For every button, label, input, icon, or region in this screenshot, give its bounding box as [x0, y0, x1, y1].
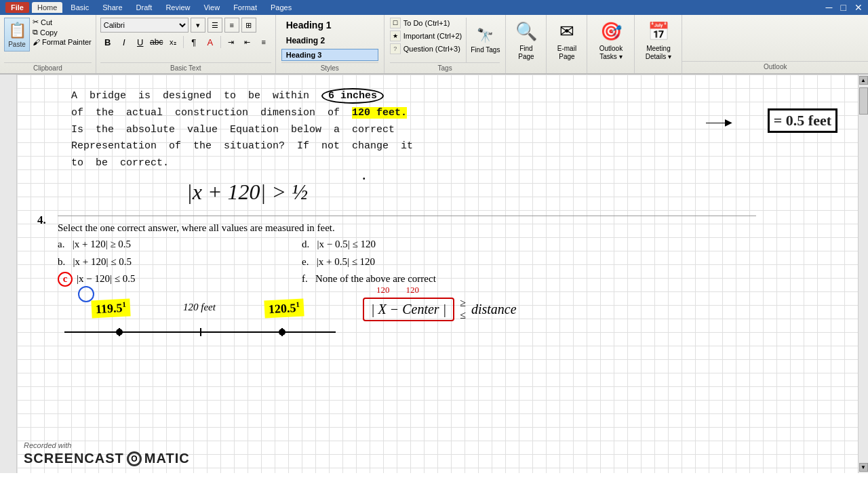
copy-icon: ⧉: [33, 28, 38, 37]
nl-line: [64, 328, 336, 336]
answers-right: d. |x − 0.5| ≤ 120 e. |x + 0.5| ≤ 120 f.…: [302, 236, 436, 288]
view-tab[interactable]: View: [198, 2, 225, 13]
cut-copy-format: ✂ Cut ⧉ Copy 🖌 Format Painter: [33, 18, 92, 46]
outlook-section-footer: Outlook: [682, 15, 868, 73]
binoculars-icon: 🔭: [477, 27, 494, 43]
meeting-button[interactable]: 📅 MeetingDetails ▾: [646, 18, 671, 64]
question-tag[interactable]: ? Question (Ctrl+3): [390, 43, 462, 54]
copy-label: Copy: [40, 28, 58, 37]
indent-right-button[interactable]: ⇥: [224, 35, 239, 49]
main-equation: |x + 120| > ½: [186, 180, 308, 205]
scroll-down-arrow[interactable]: ▼: [859, 463, 868, 472]
top-menu-bar: File Home Basic Share Draft Review View …: [0, 0, 868, 15]
font-color-button[interactable]: A: [203, 35, 218, 49]
paste-label: Paste: [8, 41, 26, 48]
watermark-logo-row: SCREENCAST O MATIC: [24, 451, 190, 466]
font-selector[interactable]: Calibri: [100, 18, 189, 33]
heading1-style[interactable]: Heading 1: [281, 18, 378, 33]
answer-e: e. |x + 0.5| ≤ 120: [302, 253, 436, 271]
find-tags-button[interactable]: 🔭 Find Tags: [471, 18, 500, 62]
nl-120-label: 120 feet: [183, 302, 216, 313]
main-content: A bridge is designed to be within 6 inch…: [0, 75, 868, 473]
email-section: ✉ E-mailPage: [547, 15, 587, 73]
scroll-thumb[interactable]: [859, 87, 868, 115]
watermark-text: Recorded with: [24, 441, 190, 449]
nl-119-label: 119.51: [91, 299, 130, 319]
format-row: B I U abc x₂ ¶ A ⇥ ⇤ ≡: [100, 35, 271, 49]
table-button[interactable]: ⊞: [241, 18, 256, 33]
todo-tag[interactable]: ☐ To Do (Ctrl+1): [390, 18, 462, 28]
numbered-list-button[interactable]: ≡: [224, 18, 239, 33]
highlighted-120feet: 120 feet.: [352, 107, 407, 119]
basic-text-label: Basic Text: [100, 62, 271, 72]
box-equation-area: 120 120 | X − Center | ≥ ≤ distance: [363, 285, 517, 321]
clipboard-section: 📋 Paste ✂ Cut ⧉ Copy 🖌 Format Painter Cl…: [0, 15, 96, 73]
find-page-button[interactable]: 🔍 FindPage: [515, 18, 537, 64]
close-icon[interactable]: ✕: [854, 2, 863, 13]
format-painter-label: Format Painter: [42, 38, 92, 46]
problem-line5: to be correct.: [71, 157, 169, 169]
file-tab[interactable]: File: [5, 2, 29, 13]
subscript-button[interactable]: x₂: [165, 35, 180, 49]
align-button[interactable]: ≡: [256, 35, 271, 49]
box-equation-container: | X − Center |: [363, 298, 454, 321]
watermark: Recorded with SCREENCAST O MATIC: [24, 441, 190, 466]
gte-sign: ≥: [460, 297, 466, 309]
share-tab[interactable]: Share: [97, 2, 127, 13]
underline-button[interactable]: U: [133, 35, 148, 49]
format-divider2: [220, 36, 221, 48]
heading3-style[interactable]: Heading 3: [281, 49, 378, 61]
pages-tab[interactable]: Pages: [265, 2, 297, 13]
cut-label: Cut: [41, 18, 52, 26]
heading2-style[interactable]: Heading 2: [281, 34, 378, 47]
bullet-list-button[interactable]: ☰: [208, 18, 222, 33]
bold-button[interactable]: B: [100, 35, 115, 49]
scissors-icon: ✂: [33, 18, 39, 26]
draft-tab[interactable]: Draft: [131, 2, 158, 13]
paste-button[interactable]: 📋 Paste: [4, 18, 30, 52]
email-page-button[interactable]: ✉ E-mailPage: [557, 18, 576, 64]
question-number: 4.: [37, 214, 46, 227]
cut-button[interactable]: ✂ Cut: [33, 18, 92, 26]
box-equation-row: | X − Center | ≥ ≤ distance: [363, 297, 517, 321]
problem-line3: Is the absolute value Equation below a c…: [71, 124, 395, 136]
star-icon: ★: [390, 30, 401, 41]
format-painter-button[interactable]: 🖌 Format Painter: [33, 38, 92, 46]
scroll-up-arrow[interactable]: ▲: [859, 76, 868, 85]
important-label: Important (Ctrl+2): [403, 32, 462, 40]
outlook-button[interactable]: 🎯 OutlookTasks ▾: [599, 18, 623, 64]
clipboard-buttons: 📋 Paste ✂ Cut ⧉ Copy 🖌 Format Painter: [4, 18, 92, 62]
tags-label: Tags: [390, 62, 500, 72]
problem-line1: A bridge is designed to be within: [71, 90, 321, 102]
number-line-diagram: 119.51 120 feet 120.51: [64, 298, 336, 336]
grid-paper: A bridge is designed to be within 6 inch…: [17, 75, 858, 473]
lte-sign: ≤: [460, 309, 466, 321]
strikethrough-button[interactable]: abc: [149, 35, 164, 49]
answer-c-row: c |x − 120| ≤ 0.5: [58, 270, 135, 288]
watermark-screencast: SCREENCAST: [24, 451, 124, 466]
minimize-icon[interactable]: ─: [826, 2, 833, 13]
flag-icon: 🎯: [600, 21, 622, 42]
font-row: Calibri ▾ ☰ ≡ ⊞: [100, 18, 271, 33]
copy-button[interactable]: ⧉ Copy: [33, 28, 92, 37]
answer-f-text: None of the above are correct: [315, 273, 436, 284]
review-tab[interactable]: Review: [160, 2, 195, 13]
italic-button[interactable]: I: [117, 35, 132, 49]
maximize-icon[interactable]: □: [841, 2, 846, 13]
right-scrollbar[interactable]: ▲ ▼: [858, 75, 868, 473]
find-section: 🔍 FindPage: [506, 15, 547, 73]
styles-list: Heading 1 Heading 2 Heading 3: [281, 18, 378, 62]
home-tab[interactable]: Home: [32, 2, 62, 13]
box-annotation-right: 120: [406, 285, 420, 296]
paragraph-mark-button[interactable]: ¶: [186, 35, 201, 49]
font-size-dropdown[interactable]: ▾: [191, 18, 205, 33]
important-tag[interactable]: ★ Important (Ctrl+2): [390, 30, 462, 41]
indent-left-button[interactable]: ⇤: [240, 35, 255, 49]
answer-e-text: |x + 0.5| ≤ 120: [317, 256, 375, 267]
clipboard-label: Clipboard: [4, 62, 92, 72]
basic-tab[interactable]: Basic: [65, 2, 94, 13]
nl-dot-left: [116, 329, 123, 336]
format-tab[interactable]: Format: [228, 2, 262, 13]
problem-line4: Representation of the situation? If not …: [71, 140, 413, 152]
basic-text-section: Calibri ▾ ☰ ≡ ⊞ B I U abc x₂ ¶ A ⇥ ⇤ ≡: [96, 15, 276, 73]
